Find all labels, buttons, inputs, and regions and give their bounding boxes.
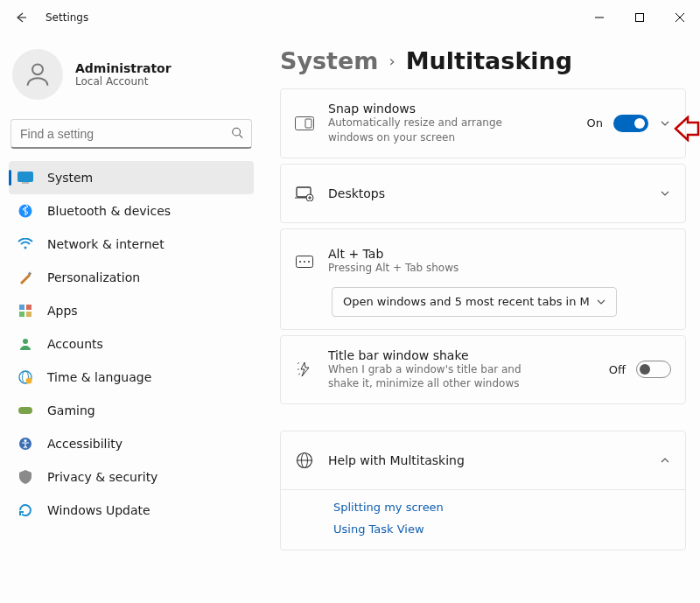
nav-label: Accessibility — [47, 437, 122, 451]
minimize-button[interactable] — [579, 4, 620, 32]
svg-rect-7 — [18, 172, 33, 182]
toggle-state: On — [587, 116, 603, 130]
brush-icon — [18, 270, 33, 285]
profile-block[interactable]: Administrator Local Account — [9, 42, 254, 117]
svg-point-10 — [24, 247, 27, 249]
nav-label: Personalization — [47, 270, 140, 284]
avatar — [12, 49, 63, 100]
card-title: Title bar window shake — [328, 348, 595, 362]
nav-list: System Bluetooth & devices Network & int… — [9, 161, 254, 527]
chevron-right-icon: › — [388, 52, 395, 70]
nav-label: Apps — [47, 304, 78, 318]
back-button[interactable] — [5, 2, 37, 33]
window-controls — [579, 4, 700, 32]
nav-item-accessibility[interactable]: Accessibility — [9, 427, 254, 460]
nav-label: System — [47, 171, 93, 185]
svg-point-4 — [32, 64, 43, 74]
chevron-down-icon — [660, 118, 670, 129]
card-title-bar-shake: Title bar window shake When I grab a win… — [280, 335, 686, 405]
svg-rect-15 — [26, 312, 32, 317]
nav-item-bluetooth[interactable]: Bluetooth & devices — [9, 194, 254, 228]
content: System › Multitasking Snap windows Autom… — [262, 35, 700, 603]
nav-item-system[interactable]: System — [9, 161, 254, 194]
help-link-task-view[interactable]: Using Task View — [333, 522, 671, 536]
maximize-button[interactable] — [620, 4, 660, 32]
wifi-icon — [18, 236, 33, 252]
help-link-split-screen[interactable]: Splitting my screen — [333, 501, 671, 514]
card-title: Alt + Tab — [328, 247, 671, 261]
profile-sub: Local Account — [75, 75, 172, 88]
shake-toggle[interactable] — [636, 361, 671, 378]
accessibility-icon — [18, 436, 33, 452]
profile-name: Administrator — [75, 61, 172, 75]
expand-button[interactable] — [659, 117, 671, 130]
nav-label: Network & internet — [47, 237, 164, 251]
close-button[interactable] — [660, 4, 700, 32]
window-title: Settings — [46, 11, 88, 24]
shake-icon — [295, 361, 314, 378]
person-icon — [23, 60, 52, 89]
svg-point-32 — [304, 261, 305, 263]
help-header[interactable]: Help with Multitasking — [281, 431, 685, 489]
chevron-down-icon — [595, 296, 607, 308]
svg-point-31 — [299, 261, 301, 263]
nav-item-time-language[interactable]: Time & language — [9, 361, 254, 394]
chevron-down-icon — [660, 188, 670, 199]
nav-label: Bluetooth & devices — [47, 204, 171, 218]
svg-rect-14 — [19, 312, 24, 317]
expand-button[interactable] — [659, 187, 671, 200]
card-subtitle: When I grab a window's title bar and sha… — [328, 362, 538, 392]
sidebar: Administrator Local Account System Bluet… — [0, 35, 262, 603]
nav-item-apps[interactable]: Apps — [9, 294, 254, 327]
card-title: Help with Multitasking — [328, 453, 645, 467]
breadcrumb-root[interactable]: System — [280, 47, 378, 74]
annotation-arrow-icon — [674, 116, 700, 145]
svg-rect-24 — [305, 119, 312, 128]
card-desktops[interactable]: Desktops — [280, 164, 686, 223]
nav-label: Privacy & security — [47, 470, 158, 484]
svg-point-19 — [26, 378, 32, 384]
svg-rect-1 — [636, 14, 644, 22]
nav-label: Time & language — [47, 370, 151, 384]
svg-rect-8 — [22, 183, 29, 184]
apps-icon — [18, 303, 33, 319]
card-title: Desktops — [328, 186, 645, 200]
nav-item-privacy[interactable]: Privacy & security — [9, 460, 254, 494]
chevron-up-icon — [659, 454, 671, 466]
breadcrumb: System › Multitasking — [280, 47, 700, 74]
search-input[interactable] — [10, 119, 252, 149]
bluetooth-icon — [18, 203, 33, 219]
card-subtitle: Automatically resize and arrange windows… — [328, 116, 521, 145]
nav-label: Accounts — [47, 337, 103, 351]
nav-item-windows-update[interactable]: Windows Update — [9, 494, 254, 527]
nav-label: Windows Update — [47, 503, 150, 517]
card-alt-tab: Alt + Tab Pressing Alt + Tab shows Open … — [280, 228, 686, 330]
arrow-left-icon — [14, 11, 28, 25]
help-icon — [295, 452, 314, 469]
svg-rect-13 — [26, 305, 32, 310]
alttab-icon — [295, 256, 314, 268]
nav-item-network[interactable]: Network & internet — [9, 228, 254, 261]
select-value: Open windows and 5 most recent tabs in M — [343, 295, 590, 308]
titlebar: Settings — [0, 0, 700, 35]
shield-icon — [18, 469, 33, 485]
svg-point-16 — [23, 339, 28, 344]
update-icon — [18, 502, 33, 518]
card-subtitle: Pressing Alt + Tab shows — [328, 261, 521, 276]
card-title: Snap windows — [328, 102, 573, 116]
svg-rect-20 — [18, 407, 32, 414]
nav-item-gaming[interactable]: Gaming — [9, 394, 254, 427]
svg-point-33 — [308, 261, 310, 263]
nav-item-personalization[interactable]: Personalization — [9, 261, 254, 294]
alttab-select[interactable]: Open windows and 5 most recent tabs in M — [332, 287, 617, 317]
snap-toggle[interactable] — [613, 115, 648, 132]
page-title: Multitasking — [406, 47, 572, 74]
nav-label: Gaming — [47, 403, 95, 417]
gaming-icon — [18, 403, 33, 418]
account-icon — [18, 336, 33, 352]
svg-point-22 — [24, 439, 27, 442]
svg-rect-12 — [19, 305, 24, 310]
nav-item-accounts[interactable]: Accounts — [9, 327, 254, 361]
desktops-icon — [295, 186, 314, 201]
display-icon — [18, 170, 33, 186]
